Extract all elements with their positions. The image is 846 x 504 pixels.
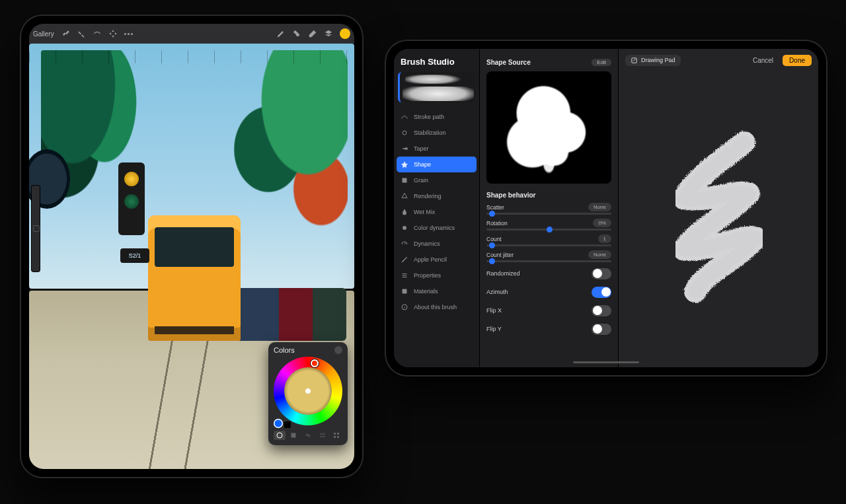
switch-randomized: Randomized — [486, 266, 611, 281]
toggle[interactable] — [592, 305, 611, 316]
pencil-icon — [401, 256, 408, 264]
slider-thumb[interactable] — [489, 211, 495, 217]
sidebar-item-label: Apple Pencil — [414, 256, 447, 263]
shape-source-preview[interactable] — [486, 71, 611, 184]
side-slider-rail[interactable] — [32, 186, 40, 271]
layers-icon[interactable] — [324, 29, 333, 38]
path-icon — [401, 113, 408, 121]
speed-icon — [401, 240, 408, 248]
artwork-wires — [29, 50, 354, 63]
switch-flip-x: Flip X — [486, 303, 611, 318]
sidebar-item-dynamics[interactable]: Dynamics — [394, 236, 479, 252]
active-color-swatch[interactable] — [340, 28, 350, 39]
slider-scatter[interactable]: ScatterNone — [486, 203, 611, 215]
slider-thumb[interactable] — [489, 258, 495, 264]
home-indicator[interactable] — [573, 361, 639, 363]
sidebar-item-about[interactable]: About this brush — [394, 299, 479, 315]
brush-stroke-thin — [405, 75, 471, 84]
sidebar-item-properties[interactable]: Properties — [394, 268, 479, 283]
sidebar-item-apple-pencil[interactable]: Apple Pencil — [394, 252, 479, 268]
secondary-color-swatch[interactable] — [284, 421, 291, 428]
drawing-pad-canvas[interactable] — [619, 71, 818, 367]
color-wheel[interactable] — [274, 357, 342, 425]
color-wheel-cursor[interactable] — [311, 359, 319, 367]
selection-icon[interactable] — [93, 29, 102, 38]
svg-point-0 — [277, 433, 282, 438]
adjust-icon[interactable] — [77, 29, 86, 38]
brush-preview-thumbnail[interactable] — [398, 72, 475, 102]
sidebar-item-label: Stroke path — [414, 114, 444, 120]
svg-rect-2 — [334, 433, 336, 435]
svg-rect-9 — [403, 289, 407, 294]
grain-icon — [401, 176, 408, 184]
wrench-icon[interactable] — [61, 29, 70, 38]
slider-thumb[interactable] — [547, 227, 553, 233]
mode-disc-icon[interactable] — [274, 431, 286, 440]
smudge-icon[interactable] — [292, 29, 301, 38]
mode-value-icon[interactable] — [317, 431, 328, 440]
brush-icon[interactable] — [276, 29, 286, 38]
sidebar-item-label: Color dynamics — [414, 225, 455, 231]
drawing-pad-label: Drawing Pad — [641, 57, 675, 63]
done-button[interactable]: Done — [783, 55, 812, 66]
drop-icon — [401, 208, 408, 216]
brush-studio-app: ••• Brush Studio Stroke path Stabilizati… — [394, 49, 818, 367]
edit-button[interactable]: Edit — [592, 59, 611, 66]
artwork-tram — [148, 215, 241, 341]
sidebar-item-label: Wet Mix — [414, 209, 435, 215]
brush-studio-sidebar: Brush Studio Stroke path Stabilization T… — [394, 49, 480, 367]
menu-dots-icon[interactable] — [124, 33, 133, 35]
materials-icon — [401, 287, 408, 295]
sidebar-item-label: Taper — [414, 145, 429, 152]
sidebar-item-grain[interactable]: Grain — [394, 172, 479, 188]
close-icon[interactable] — [334, 346, 342, 354]
spiral-icon — [401, 129, 408, 137]
toggle[interactable] — [592, 287, 611, 298]
svg-rect-3 — [337, 433, 339, 435]
artwork-sign: S2/1 — [120, 248, 149, 263]
drawing-pad-chip[interactable]: Drawing Pad — [625, 55, 681, 66]
colors-panel[interactable]: Colors — [268, 342, 348, 445]
sidebar-item-stroke-path[interactable]: Stroke path — [394, 109, 479, 125]
brush-test-stroke — [650, 95, 790, 347]
shape-source-image — [494, 79, 603, 176]
sidebar-item-label: Stabilization — [414, 129, 446, 136]
svg-point-8 — [403, 226, 406, 230]
eraser-icon[interactable] — [308, 29, 317, 38]
ipad-portrait: S2/1 Gallery Colors — [20, 15, 364, 478]
toolbar-top: Gallery — [29, 24, 354, 44]
transform-icon[interactable] — [108, 29, 118, 38]
gallery-button[interactable]: Gallery — [33, 30, 54, 38]
switch-azimuth: Azimuth — [486, 285, 611, 299]
brush-stroke-thick — [403, 87, 474, 101]
sidebar-item-label: Dynamics — [414, 240, 440, 247]
slider-count[interactable]: Count1 — [486, 234, 611, 246]
svg-point-6 — [403, 131, 406, 135]
slider-count-jitter[interactable]: Count jitterNone — [486, 250, 611, 262]
artwork-traffic-light — [118, 162, 145, 235]
sidebar-item-wet-mix[interactable]: Wet Mix — [394, 204, 479, 220]
toggle[interactable] — [592, 268, 611, 279]
primary-color-swatch[interactable] — [274, 419, 283, 428]
mode-harmony-icon[interactable] — [302, 431, 314, 440]
sidebar-item-color-dynamics[interactable]: Color dynamics — [394, 220, 479, 236]
mode-classic-icon[interactable] — [288, 431, 300, 440]
slider-rotation[interactable]: Rotation0% — [486, 219, 611, 231]
sidebar-item-materials[interactable]: Materials — [394, 283, 479, 299]
sidebar-item-rendering[interactable]: Rendering — [394, 188, 479, 204]
sidebar-item-stabilization[interactable]: Stabilization — [394, 125, 479, 141]
taper-icon — [401, 145, 408, 153]
shape-behavior-heading: Shape behavior — [486, 192, 611, 199]
slider-thumb[interactable] — [489, 242, 495, 248]
svg-rect-4 — [334, 436, 336, 438]
sidebar-item-label: Rendering — [414, 193, 442, 199]
sidebar-item-taper[interactable]: Taper — [394, 141, 479, 157]
toggle[interactable] — [592, 324, 611, 335]
info-icon — [401, 303, 408, 311]
colors-panel-title: Colors — [274, 346, 295, 354]
mode-palettes-icon[interactable] — [330, 431, 342, 440]
sidebar-item-shape[interactable]: Shape — [397, 157, 477, 172]
cancel-button[interactable]: Cancel — [749, 55, 777, 65]
slider-label: Count — [486, 236, 502, 242]
ipad-landscape: ••• Brush Studio Stroke path Stabilizati… — [385, 40, 827, 377]
